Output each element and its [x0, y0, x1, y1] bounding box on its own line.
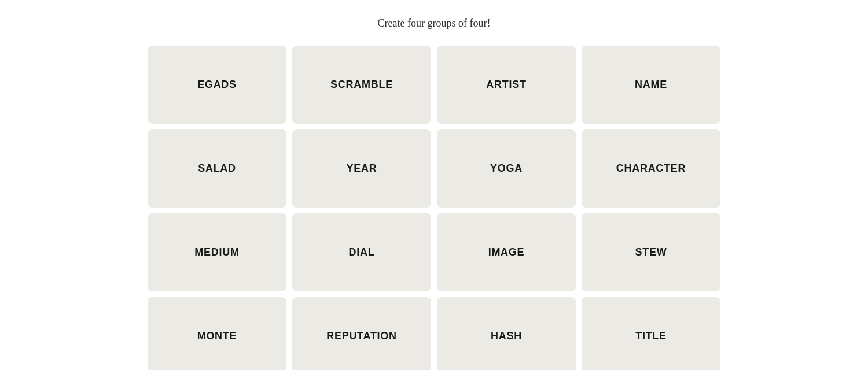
tile-salad[interactable]: SALAD — [148, 130, 286, 208]
tile-dial[interactable]: DIAL — [292, 213, 431, 291]
tile-scramble[interactable]: SCRAMBLE — [292, 46, 431, 124]
tile-stew[interactable]: STEW — [582, 213, 720, 291]
tile-label-medium: MEDIUM — [194, 246, 239, 258]
tile-monte[interactable]: MONTE — [148, 297, 286, 370]
tile-label-year: YEAR — [347, 162, 377, 175]
tile-egads[interactable]: EGADS — [148, 46, 286, 124]
tile-label-artist: ARTIST — [486, 79, 526, 91]
tile-year[interactable]: YEAR — [292, 130, 431, 208]
tile-hash[interactable]: HASH — [437, 297, 576, 370]
subtitle: Create four groups of four! — [378, 17, 491, 29]
tile-label-name: NAME — [635, 79, 667, 91]
tile-label-hash: HASH — [491, 330, 522, 342]
tile-reputation[interactable]: REPUTATION — [292, 297, 431, 370]
tile-label-character: CHARACTER — [616, 162, 686, 175]
word-grid: EGADSSCRAMBLEARTISTNAMESALADYEARYOGACHAR… — [148, 46, 720, 370]
tile-medium[interactable]: MEDIUM — [148, 213, 286, 291]
tile-artist[interactable]: ARTIST — [437, 46, 576, 124]
tile-label-stew: STEW — [635, 246, 667, 258]
tile-label-monte: MONTE — [197, 330, 237, 342]
tile-label-title: TITLE — [635, 330, 667, 342]
tile-label-dial: DIAL — [349, 246, 375, 258]
tile-title[interactable]: TITLE — [582, 297, 720, 370]
tile-label-salad: SALAD — [198, 162, 236, 175]
tile-label-egads: EGADS — [197, 79, 237, 91]
tile-label-reputation: REPUTATION — [326, 330, 397, 342]
tile-label-image: IMAGE — [488, 246, 525, 258]
tile-name[interactable]: NAME — [582, 46, 720, 124]
tile-yoga[interactable]: YOGA — [437, 130, 576, 208]
tile-image[interactable]: IMAGE — [437, 213, 576, 291]
tile-label-scramble: SCRAMBLE — [330, 79, 393, 91]
tile-character[interactable]: CHARACTER — [582, 130, 720, 208]
tile-label-yoga: YOGA — [490, 162, 523, 175]
